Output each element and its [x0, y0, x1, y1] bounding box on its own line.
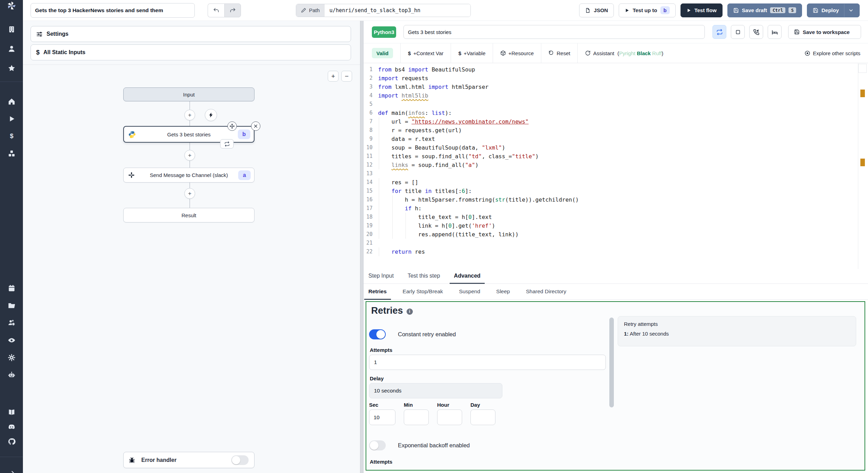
flow-panel-divider [23, 65, 360, 65]
repeat-icon [716, 29, 723, 35]
eye-icon[interactable] [7, 336, 16, 345]
robot-icon[interactable] [7, 370, 16, 379]
script-editor-panel: Python3 Save to workspace [364, 21, 868, 473]
unit-min-label: Min [404, 402, 429, 408]
flow-settings-button[interactable]: Settings [31, 26, 351, 42]
info-icon[interactable]: i [407, 309, 413, 315]
chevron-down-icon[interactable] [848, 8, 854, 13]
deploy-divider [844, 4, 844, 17]
home-icon[interactable] [7, 97, 16, 106]
folder-icon[interactable] [7, 301, 16, 310]
error-handler-toggle[interactable] [231, 455, 249, 465]
gear-icon[interactable] [7, 353, 16, 362]
input-node-label: Input [183, 92, 194, 98]
explore-other-scripts-button[interactable]: Explore other scripts [804, 50, 860, 56]
add-step-button-3[interactable]: + [184, 188, 195, 199]
tab-step-input[interactable]: Step Input [364, 269, 398, 284]
dollar-icon: $ [36, 49, 40, 56]
assistant-black: Black [637, 50, 651, 56]
exponential-backoff-toggle[interactable] [369, 440, 386, 450]
flow-node-error-handler[interactable]: Error handler [123, 452, 254, 468]
step-title-input[interactable] [403, 25, 705, 39]
windmill-logo[interactable] [0, 0, 23, 12]
main-tabs: Step InputTest this stepAdvanced [364, 269, 868, 284]
trigger-button[interactable] [205, 109, 217, 121]
subtab-shared-directory[interactable]: Shared Directory [522, 284, 570, 300]
subtab-retries[interactable]: Retries [364, 284, 391, 300]
json-button[interactable]: JSON [579, 3, 614, 17]
unit-day: Day [470, 402, 495, 425]
retry-summary-index: 1: [624, 331, 628, 337]
building-icon[interactable] [7, 25, 16, 34]
user-icon[interactable] [7, 44, 16, 53]
test-up-to-button[interactable]: Test up to b [619, 3, 676, 17]
arrow-right-icon[interactable] [7, 469, 16, 473]
deploy-button[interactable]: Deploy [807, 3, 860, 17]
book-icon[interactable] [7, 408, 16, 417]
undo-redo-group [208, 3, 241, 17]
star-icon[interactable] [7, 64, 16, 73]
retry-shortcut-button[interactable] [712, 25, 726, 39]
reset-button[interactable]: Reset [549, 50, 570, 56]
tab-advanced[interactable]: Advanced [450, 269, 484, 284]
users-gear-icon[interactable] [7, 318, 16, 327]
calendar-icon[interactable] [7, 284, 16, 293]
assistant-toggle[interactable]: Assistant (Pyright Black Ruff) [585, 50, 663, 56]
panel-resize-handle[interactable] [360, 21, 364, 473]
save-draft-button[interactable]: Save draft Ctrl S [727, 3, 802, 17]
add-resource-button[interactable]: +Resource [500, 50, 534, 56]
suspend-shortcut-button[interactable] [749, 25, 763, 39]
save-to-workspace-button[interactable]: Save to workspace [788, 25, 861, 39]
flow-title-input[interactable] [31, 3, 195, 18]
undo-button[interactable] [208, 3, 224, 17]
add-variable-button[interactable]: $+Variable [458, 50, 485, 56]
cubes-icon[interactable] [7, 149, 16, 158]
retries-scrollbar[interactable] [609, 318, 614, 407]
add-step-button-1[interactable]: + [184, 110, 195, 120]
flow-node-input[interactable]: Input [123, 87, 254, 101]
path-field[interactable]: Path u/henri/send_to_slack_top3_hn [296, 4, 471, 17]
tab-test-this-step[interactable]: Test this step [403, 269, 444, 284]
dollar-icon[interactable]: $ [7, 132, 16, 141]
delay-input[interactable] [369, 383, 502, 398]
flow-node-step-a[interactable]: Send Message to Channel (slack) a [123, 168, 254, 183]
zoom-out-button[interactable]: − [341, 71, 352, 82]
phone-incoming-icon [753, 29, 760, 35]
pencil-icon [301, 8, 306, 13]
subtab-sleep[interactable]: Sleep [492, 284, 514, 300]
add-context-var-button[interactable]: $+Context Var [408, 50, 443, 56]
early-stop-shortcut-button[interactable] [731, 25, 745, 39]
redo-button[interactable] [224, 3, 241, 17]
code-line-22: 22 return res [364, 247, 868, 256]
sleep-shortcut-button[interactable] [768, 25, 782, 39]
all-static-inputs-button[interactable]: $ All Static Inputs [31, 44, 351, 60]
constant-retry-toggle[interactable] [369, 329, 386, 339]
sidebar-group-4 [0, 408, 23, 446]
github-icon[interactable] [7, 437, 16, 446]
unit-hour-input[interactable] [437, 409, 462, 425]
subtab-suspend[interactable]: Suspend [455, 284, 484, 300]
unit-hour: Hour [437, 402, 462, 425]
code-line-19: 19 link = h[0].get('href') [364, 221, 868, 230]
attempts2-label: Attempts [370, 459, 392, 465]
attempts-input[interactable] [369, 355, 606, 370]
unit-min-input[interactable] [404, 409, 429, 425]
move-node-handle[interactable] [227, 121, 237, 131]
flow-node-result[interactable]: Result [123, 208, 254, 222]
code-editor[interactable]: 1from bs4 import BeautifulSoup2import re… [364, 63, 868, 269]
retry-attempts-summary: Retry attempts 1: After 10 seconds [618, 316, 856, 346]
subtab-early-stop-break[interactable]: Early Stop/Break [399, 284, 447, 300]
unit-sec-input[interactable] [369, 409, 395, 425]
test-flow-button[interactable]: Test flow [681, 3, 723, 17]
delete-node-button[interactable] [251, 121, 260, 131]
zoom-in-button[interactable]: + [328, 71, 339, 82]
play-icon[interactable] [7, 114, 16, 123]
flow-settings-label: Settings [47, 31, 68, 37]
retry-indicator-chip[interactable] [220, 139, 234, 149]
step-a-title: Send Message to Channel (slack) [150, 172, 228, 178]
add-step-button-2[interactable]: + [184, 150, 195, 161]
unit-day-input[interactable] [470, 409, 495, 425]
discord-icon[interactable] [7, 422, 16, 431]
sidebar-group-5 [0, 469, 23, 473]
python-icon [128, 130, 136, 138]
